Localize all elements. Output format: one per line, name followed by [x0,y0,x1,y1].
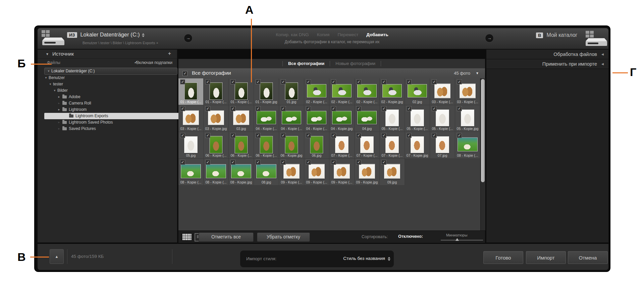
photo-cell[interactable]: ✓05 - Kopie (... [430,105,455,132]
tab-все-фотографии[interactable]: Все фотографии [282,61,330,66]
import-action-добавить[interactable]: Добавить [366,32,388,37]
sort-value-dropdown[interactable]: Отключено: [398,234,423,239]
collapse-triangle-icon[interactable]: ▼ [46,52,49,56]
photo-checkbox-icon[interactable]: ✓ [356,160,361,165]
photo-cell[interactable]: ✓03 - Kopie (... [178,105,204,132]
photo-checkbox-icon[interactable]: ✓ [306,106,311,111]
bottom-button-готово[interactable]: Готово [483,251,523,264]
collapsed-arrow-icon[interactable]: ► [58,107,62,113]
photo-cell[interactable]: ✓09 - Kopie.jpg [355,159,380,186]
check-all-button[interactable]: Отметить все [199,232,254,242]
photo-cell[interactable]: ✓04.jpg [355,105,380,132]
uncheck-all-button[interactable]: Убрать отметку [257,232,310,242]
bottom-button-отмена[interactable]: Отмена [568,251,608,264]
photo-cell[interactable]: ✓02 - Kopie.jpg [380,78,405,105]
photo-cell[interactable]: ✓09 - Kopie (... [279,159,304,186]
photo-checkbox-icon[interactable]: ✓ [205,79,210,84]
tree-item-lightroom-exports[interactable]: Lightroom Exports [44,113,195,119]
photo-cell[interactable]: ✓03.jpg [229,105,254,132]
photo-checkbox-icon[interactable]: ✓ [381,133,386,138]
import-action-копир-как-dng[interactable]: Копир. как DNG [276,32,309,37]
photo-cell[interactable]: ✓03 - Kopie (... [455,78,480,105]
include-subfolders-label[interactable]: Включая подпапки [136,60,172,65]
tree-item-adobe[interactable]: ►Adobe [38,94,177,100]
photo-cell[interactable]: ✓09 - Kopie (... [329,159,355,186]
photo-checkbox-icon[interactable]: ✓ [281,133,286,138]
collapsed-arrow-icon[interactable]: ► [58,94,62,100]
expanded-arrow-icon[interactable]: ▼ [45,75,49,81]
photo-cell[interactable]: ✓07 - Kopie (... [329,132,355,159]
expanded-arrow-icon[interactable]: ▼ [53,87,57,94]
tree-item-benutzer[interactable]: ▼Benutzer [38,75,177,81]
thumbnails-size-slider[interactable] [441,240,483,240]
photo-cell[interactable]: ✓08 - Kopie (... [204,159,229,186]
photo-checkbox-icon[interactable]: ✓ [457,79,462,84]
tree-item-lightroom-saved-photos[interactable]: ►Lightroom Saved Photos [38,119,177,126]
grid-scrollbar-thumb[interactable] [481,79,485,182]
photo-cell[interactable]: ✓07.jpg [430,132,455,159]
collapsed-arrow-icon[interactable]: ► [58,100,62,107]
photo-checkbox-icon[interactable]: ✓ [381,160,386,165]
photo-checkbox-icon[interactable]: ✓ [331,106,336,111]
photo-cell[interactable]: ✓02 - Kopie (... [355,78,380,105]
photo-checkbox-icon[interactable]: ✓ [306,133,311,138]
photo-checkbox-icon[interactable]: ✓ [306,160,311,165]
select-all-checkbox[interactable]: ✓ [182,71,187,76]
photo-cell[interactable]: ✓08 - Kopie (... [455,132,480,159]
photo-checkbox-icon[interactable]: ✓ [256,133,261,138]
photo-checkbox-icon[interactable]: ✓ [180,160,185,165]
photo-cell[interactable]: ✓01.jpg [279,78,304,105]
photo-checkbox-icon[interactable]: ✓ [356,79,361,84]
photo-checkbox-icon[interactable]: ✓ [281,106,286,111]
collapsed-arrow-icon[interactable]: ► [58,119,62,126]
photo-cell[interactable]: ✓01 - Kopie (... [229,78,254,105]
source-path[interactable]: Benutzer \ tester \ Bilder \ Lightroom E… [83,41,158,45]
photo-checkbox-icon[interactable]: ✓ [256,160,261,165]
slider-knob[interactable] [455,238,459,241]
photo-checkbox-icon[interactable]: ✓ [256,79,261,84]
tree-item-saved-pictures[interactable]: ►Saved Pictures [38,126,177,132]
photo-checkbox-icon[interactable]: ✓ [432,106,437,111]
photo-checkbox-icon[interactable]: ✓ [407,79,412,84]
photo-cell[interactable]: ✓01 - Kopie.jpg [254,78,279,105]
tree-item-lokaler-datentr-ger-c[interactable]: ▼Lokaler Datenträger (C:) [44,68,177,75]
photo-cell[interactable]: ✓05 - Kopie (... [380,105,405,132]
photo-cell[interactable]: ✓07 - Kopie (... [380,132,405,159]
destination-title[interactable]: ВМой каталог [536,32,577,38]
import-preset-value[interactable]: Стиль без названия [343,256,385,261]
photo-cell[interactable]: ✓06.jpg [304,132,329,159]
bottom-button-импорт[interactable]: Импорт [526,251,566,264]
photo-cell[interactable]: ✓08.jpg [254,159,279,186]
tree-item-lightroom[interactable]: ►Lightroom [38,107,177,113]
photo-checkbox-icon[interactable]: ✓ [230,133,235,138]
photo-checkbox-icon[interactable]: ✓ [205,106,210,111]
tree-item-bilder[interactable]: ▼Bilder [38,87,177,94]
photo-cell[interactable]: ✓08 - Kopie (... [178,159,204,186]
photo-cell[interactable]: ✓06 - Kopie (... [229,132,254,159]
photo-checkbox-icon[interactable]: ✓ [432,133,437,138]
photo-checkbox-icon[interactable]: ✓ [205,133,210,138]
import-preset-panel[interactable]: Импорт стиля: Стиль без названия [240,251,394,267]
photo-cell[interactable]: ✓07 - Kopie (... [355,132,380,159]
photo-checkbox-icon[interactable]: ✓ [432,79,437,84]
photo-cell[interactable]: ✓04 - Kopie (... [279,105,304,132]
photo-cell[interactable]: ✓02.jpg [405,78,430,105]
add-source-button[interactable]: + [168,51,171,57]
photo-cell[interactable]: ✓05 - Kopie.jpg [455,105,480,132]
photo-checkbox-icon[interactable]: ✓ [457,106,462,111]
photo-checkbox-icon[interactable]: ✓ [407,133,412,138]
expanded-arrow-icon[interactable]: ▼ [47,68,51,74]
import-action-копия[interactable]: Копия [317,32,330,37]
photo-cell[interactable]: ✓01 - Kopie (... [204,78,229,105]
photo-checkbox-icon[interactable]: ✓ [457,133,462,138]
source-title[interactable]: ИЗLokaler Datenträger (C:) [67,32,145,38]
photo-checkbox-icon[interactable]: ✓ [356,106,361,111]
photo-cell[interactable]: ✓09.jpg [380,159,405,186]
photo-cell[interactable]: ✓06 - Kopie (... [254,132,279,159]
import-action-перемест[interactable]: Перемест [337,32,358,37]
photo-cell[interactable]: ✓02 - Kopie (... [329,78,355,105]
photo-checkbox-icon[interactable]: ✓ [407,106,412,111]
photo-checkbox-icon[interactable]: ✓ [331,160,336,165]
photo-checkbox-icon[interactable]: ✓ [381,106,386,111]
photo-cell[interactable]: ✓03 - Kopie (... [430,78,455,105]
